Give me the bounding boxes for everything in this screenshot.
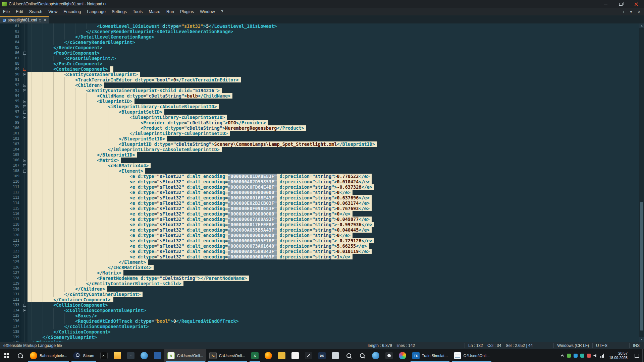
menu-edit[interactable]: Edit: [13, 8, 26, 15]
code-text[interactable]: </cEntityContainerBlueprint-sChild>: [28, 281, 183, 286]
taskbar-file-explorer[interactable]: [111, 349, 124, 362]
bookmark-margin[interactable]: [0, 56, 9, 61]
taskbar-steam[interactable]: Steam: [70, 349, 97, 362]
taskbar-notepad-doc[interactable]: C:\Users\Onli...: [451, 349, 493, 362]
taskbar-office-grid[interactable]: [288, 349, 302, 362]
bookmark-margin[interactable]: [0, 265, 9, 270]
taskbar-zoom-tool[interactable]: [356, 349, 369, 362]
bookmark-margin[interactable]: [0, 152, 9, 158]
taskbar-notepadpp-streetlight[interactable]: NC:\Users\Onli...: [164, 349, 206, 362]
bookmark-margin[interactable]: [0, 238, 9, 243]
code-text[interactable]: </cEntityContainerBlueprint>: [28, 292, 143, 297]
line-number[interactable]: 89: [9, 66, 21, 72]
tray-chevron-icon[interactable]: [559, 349, 566, 362]
fold-marker-icon[interactable]: [23, 164, 26, 167]
code-text[interactable]: <e d:type="sFloat32" d:alt_encoding="000…: [28, 200, 372, 206]
bookmark-margin[interactable]: [0, 168, 9, 174]
code-text[interactable]: </PosOriComponent>: [28, 61, 104, 66]
bookmark-margin[interactable]: [0, 88, 9, 93]
tray-icon-green[interactable]: [566, 349, 572, 362]
line-number[interactable]: 122: [9, 243, 21, 249]
code-text[interactable]: <cEntityContainerBlueprint>: [28, 72, 140, 77]
fold-marker-icon[interactable]: [23, 89, 26, 92]
line-number[interactable]: 86: [9, 50, 21, 56]
line-number[interactable]: 138: [9, 329, 21, 335]
code-text[interactable]: </cSceneryRenderBlueprint-sDetailLevelGe…: [28, 29, 235, 34]
line-number[interactable]: 135: [9, 313, 21, 318]
fold-marker-icon[interactable]: [23, 111, 26, 114]
line-number[interactable]: 139: [9, 335, 21, 340]
show-desktop-button[interactable]: [642, 349, 644, 362]
menu-language[interactable]: Language: [84, 8, 109, 15]
code-text[interactable]: </ContainerComponent>: [28, 297, 113, 302]
taskbar-firefox-2[interactable]: [262, 349, 275, 362]
bookmark-margin[interactable]: [0, 302, 9, 308]
pin-icon[interactable]: [39, 19, 41, 21]
code-text[interactable]: <PosOriComponent>: [28, 50, 102, 56]
line-number[interactable]: 95: [9, 99, 21, 104]
close-document-button[interactable]: ✕: [638, 10, 641, 14]
code-text[interactable]: <e d:type="sFloat32" d:alt_encoding="000…: [28, 211, 353, 217]
code-text[interactable]: <e d:type="sFloat32" d:alt_encoding="000…: [28, 254, 353, 259]
line-number[interactable]: 136: [9, 318, 21, 324]
bookmark-margin[interactable]: [0, 211, 9, 217]
bookmark-margin[interactable]: [0, 270, 9, 276]
taskbar-blob-app[interactable]: [382, 349, 396, 362]
status-eol-format[interactable]: Windows (CR LF): [553, 343, 592, 348]
code-text[interactable]: </BlueprintSetID>: [28, 136, 167, 141]
taskbar-clock[interactable]: 20:57 18.09.2025: [606, 351, 631, 360]
code-text[interactable]: <ParentNodeName d:type="cDeltaString"></…: [28, 276, 249, 281]
code-text[interactable]: <e d:type="sFloat32" d:alt_encoding="000…: [28, 243, 369, 249]
fold-marker-icon[interactable]: [23, 84, 26, 87]
scrollbar-thumb[interactable]: [640, 202, 643, 330]
line-number[interactable]: 109: [9, 174, 21, 179]
bookmark-margin[interactable]: [0, 313, 9, 318]
bookmark-margin[interactable]: [0, 136, 9, 141]
code-text[interactable]: <e d:type="sFloat32" d:alt_encoding="000…: [28, 179, 372, 184]
bookmark-margin[interactable]: [0, 200, 9, 206]
menu-macro[interactable]: Macro: [146, 8, 163, 15]
close-button[interactable]: [629, 0, 644, 8]
code-text[interactable]: <e d:type="sFloat32" d:alt_encoding="000…: [28, 206, 372, 211]
restore-button[interactable]: [613, 0, 629, 8]
tab-streetlight01[interactable]: streetlight01.xml ✕: [0, 16, 49, 23]
editor-area[interactable]: 81<LowestLevel_10isLowest d:type="sInt32…: [0, 23, 644, 342]
bookmark-margin[interactable]: [0, 233, 9, 238]
code-text[interactable]: <e d:type="sFloat32" d:alt_encoding="000…: [28, 233, 353, 238]
code-text[interactable]: <CollisionComponent>: [28, 302, 110, 308]
taskbar-app-blue-2[interactable]: [369, 349, 382, 362]
line-number[interactable]: 100: [9, 125, 21, 131]
code-text[interactable]: </Blueprint>: [28, 340, 66, 342]
code-text[interactable]: <Children>: [28, 82, 104, 88]
menu-?[interactable]: ?: [218, 8, 226, 15]
code-text[interactable]: </Children>: [28, 286, 107, 292]
scroll-down-arrow[interactable]: [639, 337, 644, 342]
bookmark-margin[interactable]: [0, 227, 9, 233]
taskbar-file-manager-7z[interactable]: 7zC:\Users\Onli...: [206, 349, 248, 362]
fold-marker-icon[interactable]: [23, 309, 26, 312]
line-number[interactable]: 137: [9, 324, 21, 329]
bookmark-margin[interactable]: [0, 66, 9, 72]
line-number[interactable]: 129: [9, 281, 21, 286]
volume-icon[interactable]: [592, 349, 599, 362]
bookmark-margin[interactable]: [0, 324, 9, 329]
bookmark-margin[interactable]: [0, 40, 9, 45]
fold-marker-icon[interactable]: [23, 116, 26, 119]
start-button[interactable]: [0, 349, 13, 362]
tray-icon-red[interactable]: [586, 349, 592, 362]
line-number[interactable]: 93: [9, 88, 21, 93]
line-number[interactable]: 107: [9, 163, 21, 168]
status-typing-mode[interactable]: INS: [629, 343, 644, 348]
line-number[interactable]: 94: [9, 93, 21, 99]
bookmark-margin[interactable]: [0, 120, 9, 125]
line-number[interactable]: 87: [9, 56, 21, 61]
code-text[interactable]: <cPosOriBlueprint/>: [28, 56, 118, 61]
bookmark-margin[interactable]: [0, 141, 9, 147]
line-number[interactable]: 128: [9, 276, 21, 281]
taskbar-card-app[interactable]: [329, 349, 342, 362]
bookmark-margin[interactable]: [0, 99, 9, 104]
line-number[interactable]: 110: [9, 179, 21, 184]
bookmark-margin[interactable]: [0, 195, 9, 200]
menu-search[interactable]: Search: [26, 8, 46, 15]
taskbar-firefox-bahnsteig[interactable]: Bahnsteigbele...: [27, 349, 70, 362]
